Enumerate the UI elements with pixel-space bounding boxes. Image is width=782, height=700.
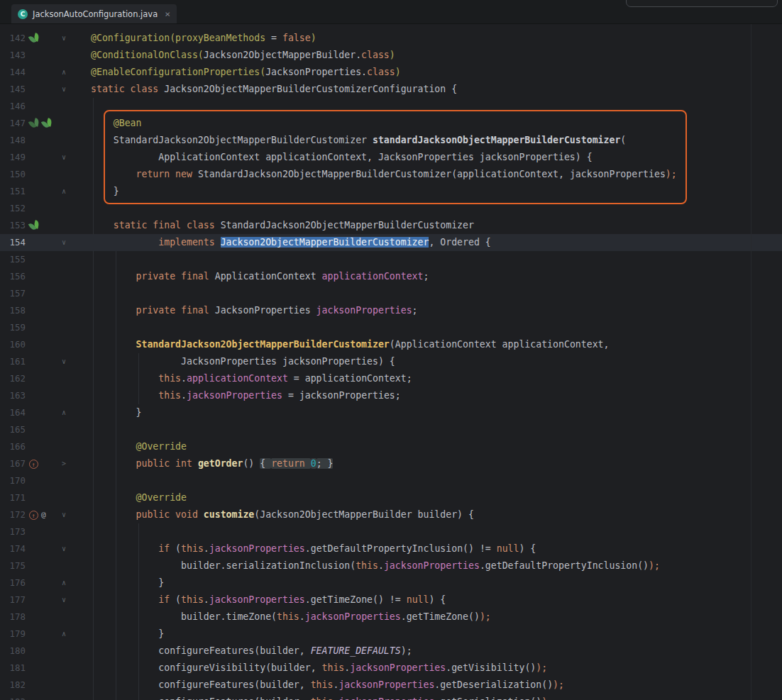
code-line[interactable]: 178 builder.timeZone(this.jacksonPropert… (0, 609, 782, 626)
code-line[interactable]: 170 (0, 472, 782, 489)
line-number[interactable]: 171 (7, 489, 26, 506)
line-number[interactable]: 146 (7, 98, 26, 115)
chevron-down-icon[interactable]: ∨ (62, 85, 66, 93)
line-number[interactable]: 164 (7, 404, 26, 421)
override-icon[interactable] (29, 511, 38, 520)
spring-leaves-icon[interactable] (29, 33, 40, 43)
chevron-down-icon[interactable]: ∨ (62, 545, 66, 552)
chevron-up-icon[interactable]: ∧ (62, 579, 66, 587)
code-line[interactable]: 159 (0, 319, 782, 336)
code-line[interactable]: 153 static final class StandardJackson2O… (0, 217, 782, 234)
code-line[interactable]: 144∧@EnableConfigurationProperties(Jacks… (0, 64, 782, 81)
line-number[interactable]: 174 (7, 540, 26, 557)
code-line[interactable]: 175 builder.serializationInclusion(this.… (0, 557, 782, 574)
line-number[interactable]: 144 (7, 64, 26, 81)
chevron-up-icon[interactable]: ∧ (62, 68, 66, 76)
code-line[interactable]: 166 @Override (0, 438, 782, 455)
fold-collapsed-icon[interactable]: > (62, 460, 66, 467)
line-number[interactable]: 147 (7, 115, 26, 132)
spring-leaves-icon[interactable] (42, 118, 53, 128)
at-icon[interactable] (40, 510, 49, 520)
spring-leaves-icon[interactable] (29, 221, 40, 230)
line-number[interactable]: 151 (7, 183, 26, 200)
code-line[interactable]: 165 (0, 421, 782, 438)
scrollbar-area[interactable] (751, 24, 782, 700)
line-number[interactable]: 160 (7, 336, 26, 353)
code-line[interactable]: 156 private final ApplicationContext app… (0, 268, 782, 285)
code-line[interactable]: 149∨ ApplicationContext applicationConte… (0, 149, 782, 166)
line-number[interactable]: 156 (7, 268, 26, 285)
close-icon[interactable]: × (165, 9, 170, 18)
line-number[interactable]: 161 (7, 353, 26, 370)
line-number[interactable]: 173 (7, 523, 26, 540)
code-line[interactable]: 154∨ implements Jackson2ObjectMapperBuil… (0, 234, 782, 251)
line-number[interactable]: 152 (7, 200, 26, 217)
code-line[interactable]: 183 configureFeatures(builder, this.jack… (0, 694, 782, 700)
chevron-down-icon[interactable]: ∨ (62, 511, 66, 518)
line-number[interactable]: 142 (7, 30, 26, 47)
code-editor[interactable]: 142∨@Configuration(proxyBeanMethods = fa… (0, 24, 782, 700)
line-number[interactable]: 157 (7, 285, 26, 302)
code-line[interactable]: 152 (0, 200, 782, 217)
line-number[interactable]: 180 (7, 643, 26, 660)
chevron-up-icon[interactable]: ∧ (62, 409, 66, 416)
line-number[interactable]: 145 (7, 81, 26, 98)
line-number[interactable]: 155 (7, 251, 26, 268)
code-line[interactable]: 160 StandardJackson2ObjectMapperBuilderC… (0, 336, 782, 353)
code-line[interactable]: 155 (0, 251, 782, 268)
line-number[interactable]: 148 (7, 132, 26, 149)
line-number[interactable]: 162 (7, 370, 26, 387)
code-line[interactable]: 171 @Override (0, 489, 782, 506)
line-number[interactable]: 150 (7, 166, 26, 183)
line-number[interactable]: 179 (7, 626, 26, 643)
chevron-down-icon[interactable]: ∨ (62, 596, 66, 604)
code-line[interactable]: 150 return new StandardJackson2ObjectMap… (0, 166, 782, 183)
code-line[interactable]: 147 @Bean (0, 115, 782, 132)
code-line[interactable]: 163 this.jacksonProperties = jacksonProp… (0, 387, 782, 404)
code-line[interactable]: 157 (0, 285, 782, 302)
line-number[interactable]: 143 (7, 47, 26, 64)
editor-tab[interactable]: C JacksonAutoConfiguration.java × (11, 4, 177, 23)
code-line[interactable]: 167> public int getOrder() { return 0; } (0, 455, 782, 472)
chevron-up-icon[interactable]: ∧ (62, 187, 66, 195)
code-line[interactable]: 173 (0, 523, 782, 540)
line-number[interactable]: 172 (7, 506, 26, 523)
line-number[interactable]: 182 (7, 677, 26, 694)
code-line[interactable]: 164∧ } (0, 404, 782, 421)
code-line[interactable]: 161∨ JacksonProperties jacksonProperties… (0, 353, 782, 370)
chevron-down-icon[interactable]: ∨ (62, 153, 66, 161)
line-number[interactable]: 158 (7, 302, 26, 319)
line-number[interactable]: 170 (7, 472, 26, 489)
line-number[interactable]: 163 (7, 387, 26, 404)
line-number[interactable]: 166 (7, 438, 26, 455)
code-line[interactable]: 179∧ } (0, 626, 782, 643)
code-line[interactable]: 181 configureVisibility(builder, this.ja… (0, 660, 782, 677)
code-line[interactable]: 172∨ public void customize(Jackson2Objec… (0, 506, 782, 523)
line-number[interactable]: 153 (7, 217, 26, 234)
line-number[interactable]: 178 (7, 609, 26, 626)
line-number[interactable]: 159 (7, 319, 26, 336)
line-number[interactable]: 183 (7, 694, 26, 700)
code-line[interactable]: 142∨@Configuration(proxyBeanMethods = fa… (0, 30, 782, 47)
chevron-down-icon[interactable]: ∨ (62, 357, 66, 365)
code-line[interactable]: 176∧ } (0, 574, 782, 591)
line-number[interactable]: 165 (7, 421, 26, 438)
line-number[interactable]: 167 (7, 455, 26, 472)
line-number[interactable]: 181 (7, 660, 26, 677)
line-number[interactable]: 154 (7, 234, 26, 251)
line-number[interactable]: 177 (7, 591, 26, 609)
code-line[interactable]: 162 this.applicationContext = applicatio… (0, 370, 782, 387)
spring-leaves-dim-icon[interactable] (29, 118, 40, 128)
code-line[interactable]: 177∨ if (this.jacksonProperties.getTimeZ… (0, 591, 782, 609)
code-line[interactable]: 143@ConditionalOnClass(Jackson2ObjectMap… (0, 47, 782, 64)
code-line[interactable]: 146 (0, 98, 782, 115)
code-line[interactable]: 145∨static class Jackson2ObjectMapperBui… (0, 81, 782, 98)
code-line[interactable]: 174∨ if (this.jacksonProperties.getDefau… (0, 540, 782, 557)
code-line[interactable]: 151∧ } (0, 183, 782, 200)
code-line[interactable]: 158 private final JacksonProperties jack… (0, 302, 782, 319)
override-icon[interactable] (29, 460, 38, 469)
chevron-down-icon[interactable]: ∨ (62, 34, 66, 42)
line-number[interactable]: 176 (7, 574, 26, 591)
code-line[interactable]: 182 configureFeatures(builder, this.jack… (0, 677, 782, 694)
code-line[interactable]: 148 StandardJackson2ObjectMapperBuilderC… (0, 132, 782, 149)
